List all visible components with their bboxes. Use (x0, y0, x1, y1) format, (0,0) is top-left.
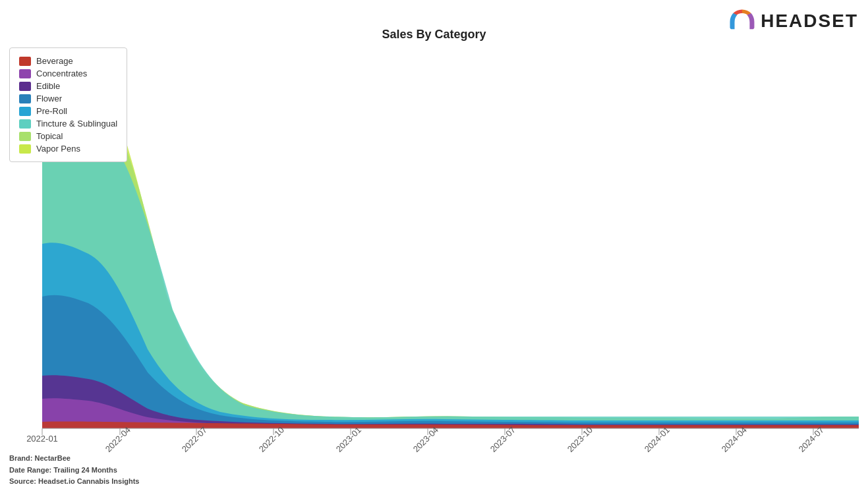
legend-swatch (19, 69, 31, 78)
source-value: Headset.io Cannabis Insights (38, 477, 139, 485)
legend-label: Pre-Roll (36, 106, 67, 116)
legend-item: Concentrates (19, 69, 117, 78)
chart-svg: 2022-01 2022-04 2022-07 2022-10 2023-01 … (9, 46, 859, 453)
svg-text:2023-04: 2023-04 (411, 425, 440, 453)
svg-text:2022-10: 2022-10 (257, 425, 286, 453)
brand-value: NectarBee (35, 454, 71, 462)
logo-text: HEADSET (761, 11, 858, 32)
svg-text:2024-04: 2024-04 (720, 425, 749, 453)
legend-label: Edible (36, 81, 60, 91)
svg-text:2024-01: 2024-01 (643, 425, 672, 453)
svg-text:2023-07: 2023-07 (488, 425, 517, 453)
svg-text:2022-01: 2022-01 (26, 434, 58, 444)
source-label: Source: (9, 477, 36, 485)
chart-title: Sales By Category (382, 28, 486, 42)
legend-swatch (19, 107, 31, 116)
logo-area: HEADSET (728, 7, 858, 36)
brand-label: Brand: (9, 454, 32, 462)
legend-label: Topical (36, 131, 63, 141)
legend-item: Topical (19, 131, 117, 141)
date-label: Date Range: (9, 466, 51, 474)
chart-legend: BeverageConcentratesEdibleFlowerPre-Roll… (9, 47, 127, 162)
legend-label: Tincture & Sublingual (36, 119, 117, 129)
legend-swatch (19, 119, 31, 129)
legend-label: Vapor Pens (36, 144, 80, 154)
legend-swatch (19, 57, 31, 66)
legend-swatch (19, 94, 31, 103)
legend-swatch (19, 132, 31, 141)
legend-item: Vapor Pens (19, 144, 117, 154)
svg-text:2023-10: 2023-10 (565, 425, 594, 453)
legend-label: Concentrates (36, 69, 87, 78)
legend-swatch (19, 144, 31, 154)
legend-item: Flower (19, 94, 117, 103)
legend-item: Edible (19, 81, 117, 91)
date-value: Trailing 24 Months (53, 466, 117, 474)
svg-text:2022-07: 2022-07 (180, 425, 209, 453)
svg-text:2023-01: 2023-01 (334, 425, 363, 453)
legend-item: Tincture & Sublingual (19, 119, 117, 129)
headset-logo-icon (728, 7, 757, 36)
legend-item: Pre-Roll (19, 106, 117, 116)
legend-label: Flower (36, 94, 62, 103)
chart-area: 2022-01 2022-04 2022-07 2022-10 2023-01 … (9, 46, 859, 453)
svg-text:2024-07: 2024-07 (797, 425, 826, 453)
legend-swatch (19, 82, 31, 91)
svg-text:2022-04: 2022-04 (103, 425, 132, 453)
legend-label: Beverage (36, 56, 73, 66)
footer-info: Brand: NectarBee Date Range: Trailing 24… (9, 453, 139, 488)
legend-item: Beverage (19, 56, 117, 66)
